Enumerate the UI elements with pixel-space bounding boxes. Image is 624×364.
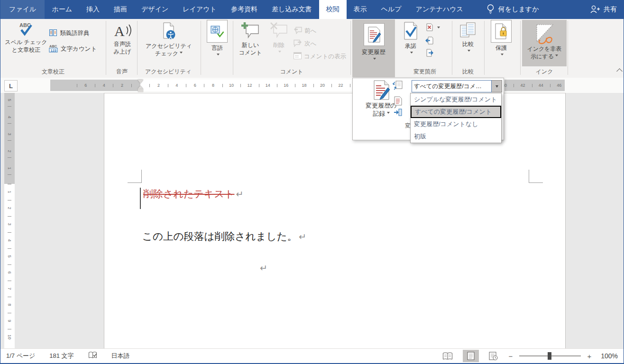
spelling-grammar-button[interactable]: ABC スペル チェックと文章校正 bbox=[3, 20, 49, 70]
word-count-status[interactable]: 181 文字 bbox=[49, 352, 73, 360]
reviewing-pane-icon[interactable] bbox=[394, 109, 402, 116]
next-change-button[interactable] bbox=[425, 49, 433, 58]
tab-file[interactable]: ファイル bbox=[0, 0, 45, 19]
tab-help[interactable]: ヘルプ bbox=[374, 0, 409, 19]
markup-view-option[interactable]: 初版 bbox=[411, 130, 501, 143]
previous-comment-icon bbox=[294, 27, 302, 36]
tell-me-box[interactable]: 何をしますか bbox=[486, 0, 539, 19]
language-button[interactable]: 言語 bbox=[202, 20, 232, 70]
empty-paragraph-line[interactable]: ↵ bbox=[260, 263, 267, 273]
read-aloud-icon: A bbox=[113, 22, 131, 39]
tab-draw[interactable]: 描画 bbox=[107, 0, 134, 19]
word-count-button[interactable]: ABC123 文字カウント bbox=[49, 44, 97, 54]
new-comment-icon bbox=[241, 22, 260, 40]
tab-antennahouse[interactable]: アンテナハウス bbox=[409, 0, 470, 19]
accessibility-check-button[interactable]: アクセシビリティチェック bbox=[139, 20, 199, 70]
ruler-number: 2 bbox=[154, 80, 163, 91]
accessibility-check-icon bbox=[161, 22, 177, 41]
protect-icon bbox=[491, 20, 512, 43]
ribbon: ABC スペル チェックと文章校正 類義語辞典 ABC123 文字カウント 文章… bbox=[0, 19, 624, 78]
previous-change-icon bbox=[425, 36, 433, 46]
proofing-status-icon[interactable] bbox=[88, 351, 97, 361]
collapse-ribbon-icon[interactable] bbox=[616, 68, 623, 74]
tab-review[interactable]: 校閲 bbox=[319, 0, 347, 19]
zoom-slider-thumb[interactable] bbox=[548, 352, 551, 360]
deleted-text-line[interactable]: 削除されたテキスト↵ bbox=[143, 187, 243, 200]
markup-view-option[interactable]: 変更履歴/コメントなし bbox=[411, 118, 501, 130]
thesaurus-button[interactable]: 類義語辞典 bbox=[49, 28, 90, 38]
hanging-indent-marker[interactable] bbox=[138, 86, 143, 89]
new-comment-button[interactable]: 新しいコメント bbox=[236, 20, 265, 70]
tell-me-label: 何をしますか bbox=[498, 5, 539, 14]
zoom-out-button[interactable]: − bbox=[508, 352, 514, 360]
compare-button[interactable]: 比較 bbox=[454, 20, 482, 70]
group-label-speech: 音声 bbox=[107, 68, 137, 76]
share-button[interactable]: 共有 bbox=[590, 0, 617, 19]
tab-mailings[interactable]: 差し込み文書 bbox=[265, 0, 319, 19]
accept-button[interactable]: 承諾 bbox=[398, 20, 423, 70]
track-changes-icon bbox=[364, 23, 385, 46]
combobox-dropdown-button[interactable] bbox=[492, 80, 502, 92]
next-comment-button: 次へ bbox=[294, 39, 316, 48]
protect-button[interactable]: 保護 bbox=[486, 20, 516, 70]
show-markup-icon[interactable] bbox=[394, 96, 402, 106]
read-mode-button[interactable] bbox=[438, 350, 457, 362]
ruler-number: 6 bbox=[81, 80, 91, 91]
ruler-number: 46 bbox=[554, 80, 564, 91]
print-layout-button[interactable] bbox=[463, 350, 479, 362]
track-changes-button[interactable]: 変更履歴 bbox=[352, 19, 395, 77]
zoom-in-button[interactable]: + bbox=[587, 352, 592, 360]
left-indent-marker[interactable] bbox=[138, 89, 143, 92]
page-number-status[interactable]: 1/7 ページ bbox=[6, 352, 35, 360]
accept-change-icon bbox=[403, 22, 418, 41]
ruler-number: 42 bbox=[518, 80, 527, 91]
svg-text:A: A bbox=[114, 23, 125, 39]
display-for-review-combobox[interactable]: すべての変更履歴/コメ… bbox=[412, 80, 502, 92]
person-add-icon bbox=[590, 4, 600, 15]
body-text: この上の段落は削除されました。 bbox=[142, 231, 297, 242]
next-change-icon bbox=[425, 49, 433, 58]
group-label-ink: インク bbox=[521, 68, 568, 76]
zoom-level[interactable]: 100% bbox=[598, 352, 618, 360]
tab-insert[interactable]: 挿入 bbox=[79, 0, 107, 19]
display-for-review-value[interactable]: すべての変更履歴/コメ… bbox=[412, 80, 492, 92]
first-line-indent-marker[interactable] bbox=[138, 80, 143, 83]
ruler-number: 4 bbox=[99, 80, 109, 91]
text-boundary-mark-top-right bbox=[529, 170, 543, 183]
paragraph-mark: ↵ bbox=[260, 263, 267, 273]
zoom-slider[interactable] bbox=[519, 355, 581, 356]
body-text-line[interactable]: この上の段落は削除されました。↵ bbox=[142, 229, 306, 243]
show-comments-icon bbox=[294, 52, 302, 61]
delete-comment-button: 削除 bbox=[266, 20, 292, 70]
deleted-text: 削除されたテキスト bbox=[143, 188, 234, 200]
group-label-proofing: 文章校正 bbox=[1, 68, 105, 76]
paragraph-mark: ↵ bbox=[299, 231, 306, 242]
ruler-number: 6 bbox=[190, 80, 200, 91]
web-layout-button[interactable] bbox=[485, 350, 502, 362]
reject-change-button[interactable] bbox=[425, 23, 440, 33]
hide-ink-button[interactable]: インクを非表示にする bbox=[522, 20, 567, 66]
read-aloud-button[interactable]: A 音声読み上げ bbox=[108, 20, 137, 70]
tab-references[interactable]: 参考資料 bbox=[224, 0, 265, 19]
markup-view-option[interactable]: すべての変更履歴/コメント bbox=[411, 106, 501, 118]
display-for-review-icon bbox=[393, 80, 404, 91]
previous-comment-button: 前へ bbox=[294, 27, 316, 36]
changed-line-bar bbox=[140, 188, 141, 209]
ruler-row: L 64224681012141618202240424446 bbox=[0, 78, 624, 93]
paragraph-mark: ↵ bbox=[236, 189, 243, 199]
tab-view[interactable]: 表示 bbox=[347, 0, 374, 19]
delete-comment-icon bbox=[270, 22, 288, 40]
markup-view-option[interactable]: シンプルな変更履歴/コメント bbox=[411, 93, 501, 106]
vertical-ruler: 5432112345678910 bbox=[4, 93, 15, 348]
tab-layout[interactable]: レイアウト bbox=[175, 0, 224, 19]
tab-design[interactable]: デザイン bbox=[134, 0, 175, 19]
chevron-down-icon bbox=[496, 85, 498, 89]
tab-stop-selector[interactable]: L bbox=[4, 80, 18, 91]
text-boundary-mark-top-left bbox=[128, 170, 142, 183]
hide-ink-icon bbox=[534, 24, 554, 45]
compare-icon bbox=[459, 22, 477, 39]
previous-change-button[interactable] bbox=[425, 36, 433, 46]
ruler-number: 16 bbox=[281, 80, 291, 91]
language-status[interactable]: 日本語 bbox=[111, 352, 130, 360]
tab-home[interactable]: ホーム bbox=[45, 0, 79, 19]
